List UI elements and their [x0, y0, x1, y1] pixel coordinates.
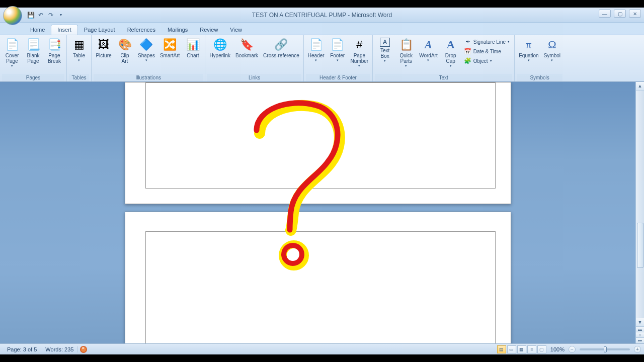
- group-tables: ▦ Table ▾ Tables: [67, 35, 92, 81]
- shapes-icon: 🔷: [139, 38, 153, 52]
- zoom-slider-thumb[interactable]: [604, 346, 607, 352]
- draft-view-button[interactable]: ▢: [537, 345, 546, 353]
- undo-icon[interactable]: ↶: [36, 11, 45, 20]
- cross-reference-button[interactable]: 🔗 Cross-reference: [261, 36, 301, 60]
- page-margin-frame: [145, 82, 496, 189]
- full-screen-reading-button[interactable]: ▭: [507, 345, 516, 353]
- picture-icon: 🖼: [97, 38, 111, 52]
- tab-view[interactable]: View: [224, 25, 248, 35]
- tab-mailings[interactable]: Mailings: [162, 25, 194, 35]
- page-break-icon: 📑: [47, 38, 61, 52]
- scroll-up-icon[interactable]: ▲: [636, 82, 644, 90]
- blank-page-button[interactable]: 📃 BlankPage: [23, 36, 43, 65]
- proofing-errors-icon[interactable]: [80, 346, 87, 353]
- signature-line-button[interactable]: ✒ Signature Line ▾: [463, 37, 512, 46]
- symbol-icon: Ω: [545, 38, 559, 52]
- signature-icon: ✒: [464, 38, 471, 45]
- tab-review[interactable]: Review: [194, 25, 224, 35]
- text-box-button[interactable]: A TextBox ▾: [375, 36, 395, 64]
- group-illustrations: 🖼 Picture 🎨 ClipArt 🔷 Shapes ▾ 🔀 SmartAr…: [92, 35, 205, 81]
- drop-cap-button[interactable]: A DropCap ▾: [441, 36, 461, 69]
- hyperlink-button[interactable]: 🌐 Hyperlink: [207, 36, 232, 60]
- page-number-button[interactable]: # PageNumber ▾: [349, 36, 371, 69]
- smartart-icon: 🔀: [163, 38, 177, 52]
- date-time-button[interactable]: 📅 Date & Time: [463, 47, 512, 56]
- scrollbar-thumb[interactable]: [637, 223, 643, 268]
- tab-references[interactable]: References: [121, 25, 162, 35]
- page-margin-frame: [145, 231, 496, 343]
- bookmark-button[interactable]: 🔖 Bookmark: [233, 36, 260, 60]
- object-icon: 🧩: [464, 57, 471, 64]
- group-symbols: π Equation ▾ Ω Symbol ▾ Symbols: [515, 35, 565, 81]
- print-layout-view-button[interactable]: ▤: [497, 345, 506, 353]
- close-button[interactable]: ✕: [629, 10, 641, 18]
- quick-access-toolbar: 💾 ↶ ↷ ▾: [26, 11, 65, 20]
- smartart-button[interactable]: 🔀 SmartArt: [158, 36, 182, 60]
- office-button[interactable]: [3, 6, 22, 25]
- table-button[interactable]: ▦ Table ▾: [69, 36, 89, 64]
- chart-button[interactable]: 📊 Chart: [183, 36, 203, 60]
- group-links: 🌐 Hyperlink 🔖 Bookmark 🔗 Cross-reference…: [205, 35, 303, 81]
- chart-icon: 📊: [186, 38, 200, 52]
- qat-customize-icon[interactable]: ▾: [56, 11, 65, 20]
- tab-page-layout[interactable]: Page Layout: [78, 25, 121, 35]
- zoom-in-button[interactable]: +: [634, 346, 641, 353]
- ribbon: 📄 CoverPage ▾ 📃 BlankPage 📑 PageBreak Pa…: [0, 35, 644, 82]
- minimize-button[interactable]: —: [599, 10, 611, 18]
- footer-icon: 📄: [331, 38, 345, 52]
- maximize-button[interactable]: ▢: [614, 10, 626, 18]
- clipart-button[interactable]: 🎨 ClipArt: [115, 36, 135, 65]
- hyperlink-icon: 🌐: [213, 38, 227, 52]
- tab-insert[interactable]: Insert: [51, 25, 78, 35]
- save-icon[interactable]: 💾: [26, 11, 35, 20]
- cover-page-button[interactable]: 📄 CoverPage ▾: [2, 36, 22, 69]
- document-page[interactable]: [125, 212, 511, 343]
- scroll-down-icon[interactable]: ▼: [636, 318, 644, 326]
- select-browse-object-icon[interactable]: ○: [636, 332, 644, 337]
- document-page[interactable]: [125, 82, 511, 204]
- zoom-slider[interactable]: [580, 348, 630, 350]
- word-window: 💾 ↶ ↷ ▾ TEST ON A CENTRIFUGAL PUMP - Mic…: [0, 8, 644, 354]
- word-count[interactable]: Words: 235: [41, 346, 78, 352]
- titlebar: 💾 ↶ ↷ ▾ TEST ON A CENTRIFUGAL PUMP - Mic…: [0, 8, 644, 23]
- page-break-button[interactable]: 📑 PageBreak: [44, 36, 64, 65]
- date-time-icon: 📅: [464, 48, 471, 55]
- zoom-out-button[interactable]: −: [569, 346, 576, 353]
- symbol-button[interactable]: Ω Symbol ▾: [542, 36, 562, 64]
- group-pages: 📄 CoverPage ▾ 📃 BlankPage 📑 PageBreak Pa…: [0, 35, 67, 81]
- blank-page-icon: 📃: [26, 38, 40, 52]
- cover-page-icon: 📄: [5, 38, 19, 52]
- cross-reference-icon: 🔗: [274, 38, 288, 52]
- table-icon: ▦: [72, 38, 86, 52]
- text-box-icon: A: [380, 38, 390, 47]
- equation-button[interactable]: π Equation ▾: [517, 36, 540, 64]
- footer-button[interactable]: 📄 Footer ▾: [328, 36, 348, 64]
- header-button[interactable]: 📄 Header ▾: [306, 36, 327, 64]
- redo-icon[interactable]: ↷: [46, 11, 55, 20]
- object-button[interactable]: 🧩 Object ▾: [463, 56, 512, 65]
- status-bar: Page: 3 of 5 Words: 235 ▤ ▭ ▦ ≡ ▢ 100% −…: [0, 343, 644, 354]
- web-layout-button[interactable]: ▦: [517, 345, 526, 353]
- vertical-scrollbar[interactable]: ▲ ▼ ▴▴ ○ ▾▾: [635, 82, 644, 343]
- picture-button[interactable]: 🖼 Picture: [94, 36, 114, 60]
- wordart-button[interactable]: A WordArt ▾: [417, 36, 440, 64]
- document-area[interactable]: ▲ ▼ ▴▴ ○ ▾▾: [0, 82, 644, 343]
- group-text: A TextBox ▾ 📋 QuickParts ▾ A WordArt ▾ A…: [373, 35, 515, 81]
- next-page-icon[interactable]: ▾▾: [636, 337, 644, 343]
- clipart-icon: 🎨: [118, 38, 132, 52]
- window-title: TEST ON A CENTRIFUGAL PUMP - Microsoft W…: [252, 12, 392, 19]
- outline-view-button[interactable]: ≡: [527, 345, 536, 353]
- zoom-level[interactable]: 100%: [550, 346, 565, 352]
- previous-page-icon[interactable]: ▴▴: [636, 326, 644, 332]
- letterbox: [0, 0, 644, 8]
- ribbon-tabs: Home Insert Page Layout References Maili…: [0, 23, 644, 35]
- tab-home[interactable]: Home: [24, 25, 51, 35]
- browse-object-controls: ▴▴ ○ ▾▾: [636, 326, 644, 343]
- drop-cap-icon: A: [444, 38, 458, 52]
- quick-parts-button[interactable]: 📋 QuickParts ▾: [396, 36, 416, 69]
- shapes-button[interactable]: 🔷 Shapes ▾: [136, 36, 157, 64]
- header-icon: 📄: [309, 38, 323, 52]
- letterbox: [0, 354, 644, 362]
- bookmark-icon: 🔖: [240, 38, 254, 52]
- page-indicator[interactable]: Page: 3 of 5: [3, 346, 41, 352]
